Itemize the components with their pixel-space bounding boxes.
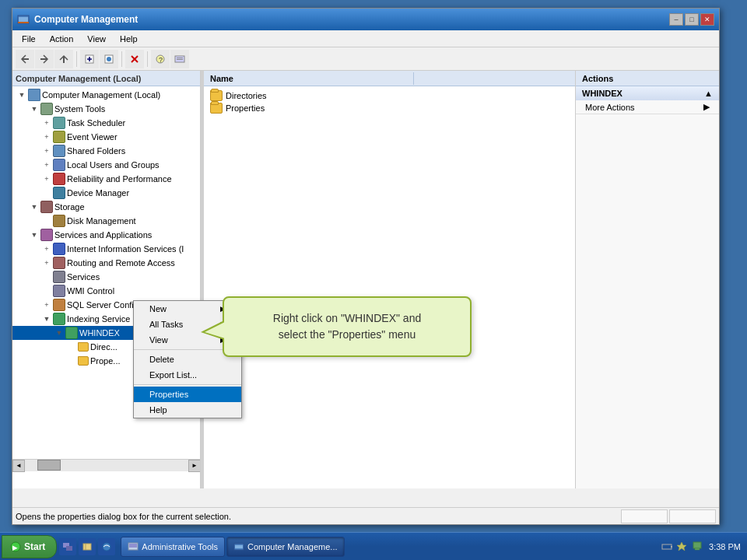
close-button[interactable]: ✕ bbox=[700, 13, 714, 26]
tree-item-routing[interactable]: + Routing and Remote Access bbox=[12, 256, 200, 270]
expand-wmicontrol[interactable] bbox=[40, 285, 53, 297]
tree-label-systemtools: System Tools bbox=[54, 104, 105, 114]
tree-item-storage[interactable]: ▼ Storage bbox=[12, 200, 200, 214]
tree-item-services[interactable]: Services bbox=[12, 270, 200, 284]
quicklaunch-icon-1[interactable] bbox=[59, 538, 76, 555]
tree-label-dir-sub: Direc... bbox=[90, 342, 117, 352]
menu-file[interactable]: File bbox=[16, 33, 42, 45]
properties-button[interactable] bbox=[100, 50, 118, 68]
tree-item-eventviewer[interactable]: + Event Viewer bbox=[12, 130, 200, 144]
minimize-button[interactable]: – bbox=[669, 13, 683, 26]
tree-label-localusers: Local Users and Groups bbox=[67, 160, 160, 170]
menu-bar: File Action View Help bbox=[12, 30, 719, 47]
actions-section-title[interactable]: WHINDEX ▲ bbox=[576, 86, 719, 100]
expand-routing[interactable]: + bbox=[40, 257, 53, 269]
taskbar-tray: 3:38 PM bbox=[654, 541, 747, 553]
expand-servicesapps[interactable]: ▼ bbox=[28, 229, 40, 241]
ctx-item-help[interactable]: Help bbox=[134, 402, 241, 418]
tree-item-devicemanager[interactable]: Device Manager bbox=[12, 186, 200, 200]
svg-rect-22 bbox=[83, 544, 91, 550]
actions-header: Actions bbox=[576, 71, 719, 86]
file-item-properties[interactable]: Properties bbox=[207, 102, 572, 114]
admin-icon bbox=[128, 541, 139, 552]
svg-text:▶: ▶ bbox=[12, 544, 18, 551]
folder-prop-icon bbox=[78, 356, 89, 366]
back-button[interactable] bbox=[16, 50, 34, 68]
tree-item-reliability[interactable]: + Reliability and Performance bbox=[12, 172, 200, 186]
maximize-button[interactable]: □ bbox=[685, 13, 699, 26]
taskbar-items: Administrative Tools Computer Manageme..… bbox=[117, 537, 654, 557]
menu-action[interactable]: Action bbox=[44, 33, 80, 45]
status-panel-1 bbox=[621, 509, 668, 523]
col-spacer bbox=[413, 72, 569, 85]
tree-label-services: Services bbox=[67, 272, 100, 282]
quicklaunch-icon-2[interactable] bbox=[79, 538, 96, 555]
expand-root[interactable]: ▼ bbox=[16, 89, 28, 101]
tree-item-diskmanagement[interactable]: Disk Management bbox=[12, 214, 200, 228]
tree-item-wmicontrol[interactable]: WMI Control bbox=[12, 284, 200, 298]
tree-label-root: Computer Management (Local) bbox=[42, 90, 160, 100]
start-icon: ▶ bbox=[10, 541, 21, 552]
help-button[interactable]: ? bbox=[151, 50, 170, 68]
window-controls: – □ ✕ bbox=[669, 13, 714, 26]
expand-systemtools[interactable]: ▼ bbox=[28, 103, 40, 115]
expand-diskmanagement[interactable] bbox=[40, 215, 53, 227]
tree-item-localusers[interactable]: + Local Users and Groups bbox=[12, 158, 200, 172]
expand-indexingservice[interactable]: ▼ bbox=[40, 313, 53, 325]
start-button[interactable]: ▶ Start bbox=[2, 535, 57, 558]
actions-more[interactable]: More Actions ▶ bbox=[576, 100, 719, 114]
hscrollbar[interactable]: ◄ ► bbox=[12, 459, 201, 471]
new-button[interactable] bbox=[80, 50, 99, 68]
ctx-item-properties[interactable]: Properties bbox=[134, 387, 241, 402]
expand-devicemanager[interactable] bbox=[40, 187, 53, 199]
tree-item-root[interactable]: ▼ Computer Management (Local) bbox=[12, 88, 200, 102]
tree-item-systemtools[interactable]: ▼ System Tools bbox=[12, 102, 200, 116]
expand-reliability[interactable]: + bbox=[40, 173, 53, 185]
actions-section-name: WHINDEX bbox=[582, 89, 622, 98]
tree-item-iis[interactable]: + Internet Information Services (I bbox=[12, 242, 200, 256]
delete-button[interactable] bbox=[125, 50, 144, 68]
expand-eventviewer[interactable]: + bbox=[40, 131, 53, 143]
ctx-label-new: New bbox=[149, 304, 167, 313]
file-item-directories[interactable]: Directories bbox=[207, 89, 572, 102]
ctx-item-export[interactable]: Export List... bbox=[134, 367, 241, 383]
actions-collapse-icon: ▲ bbox=[704, 89, 713, 98]
actions-section-whindex: WHINDEX ▲ More Actions ▶ bbox=[576, 86, 719, 114]
menu-help[interactable]: Help bbox=[114, 33, 144, 45]
perf-icon bbox=[53, 173, 65, 185]
tree-label-taskscheduler: Task Scheduler bbox=[67, 118, 125, 128]
forward-button[interactable] bbox=[35, 50, 54, 68]
menu-view[interactable]: View bbox=[81, 33, 112, 45]
actions-panel: Actions WHINDEX ▲ More Actions ▶ bbox=[575, 71, 719, 488]
actions-more-label: More Actions bbox=[585, 103, 635, 112]
expand-services[interactable] bbox=[40, 271, 53, 283]
expand-iis[interactable]: + bbox=[40, 243, 53, 255]
expand-sqlserver[interactable]: + bbox=[40, 299, 53, 311]
hscrollbar-thumb[interactable] bbox=[37, 460, 61, 471]
tree-item-taskscheduler[interactable]: + Task Scheduler bbox=[12, 116, 200, 130]
hscrollbar-left[interactable]: ◄ bbox=[12, 460, 25, 472]
quicklaunch-icon-3[interactable] bbox=[98, 538, 115, 555]
expand-whindex[interactable]: ▼ bbox=[53, 327, 65, 339]
expand-dir-sub[interactable] bbox=[65, 341, 78, 353]
expand-prop-sub[interactable] bbox=[65, 355, 78, 367]
svg-rect-31 bbox=[693, 542, 701, 548]
ctx-label-delete: Delete bbox=[149, 355, 174, 364]
toolbar: ? bbox=[12, 47, 719, 71]
info-button[interactable] bbox=[170, 50, 189, 68]
expand-storage[interactable]: ▼ bbox=[28, 201, 40, 213]
start-label: Start bbox=[24, 541, 45, 552]
status-bar: Opens the properties dialog box for the … bbox=[12, 507, 719, 524]
tree-label-routing: Routing and Remote Access bbox=[67, 258, 175, 268]
expand-localusers[interactable]: + bbox=[40, 159, 53, 171]
event-icon bbox=[53, 131, 65, 143]
expand-sharedfolders[interactable]: + bbox=[40, 145, 53, 157]
taskbar-item-compmanage[interactable]: Computer Manageme... bbox=[226, 537, 345, 557]
hscrollbar-right[interactable]: ► bbox=[188, 460, 201, 472]
up-button[interactable] bbox=[54, 50, 73, 68]
tree-item-sharedfolders[interactable]: + Shared Folders bbox=[12, 144, 200, 158]
tree-item-servicesapps[interactable]: ▼ Services and Applications bbox=[12, 228, 200, 242]
expand-taskscheduler[interactable]: + bbox=[40, 117, 53, 129]
status-panel-2 bbox=[669, 509, 716, 523]
taskbar-item-admin[interactable]: Administrative Tools bbox=[121, 537, 225, 557]
